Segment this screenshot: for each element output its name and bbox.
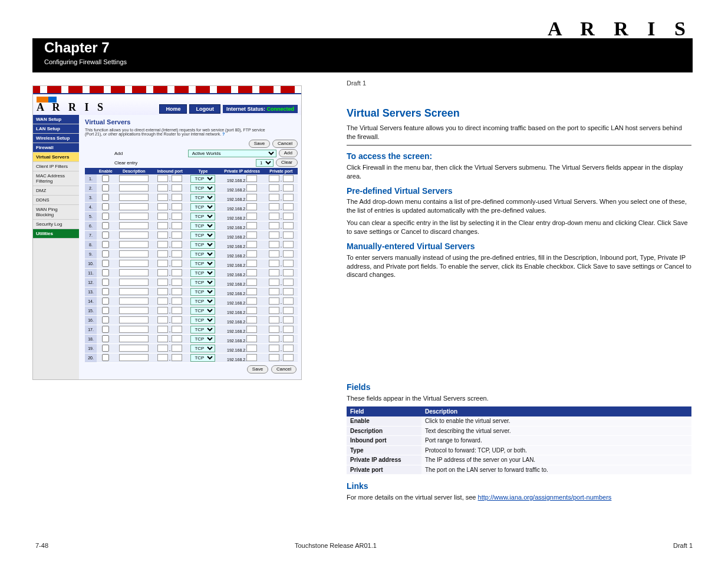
description-input[interactable] <box>119 194 149 201</box>
private-port-from[interactable] <box>269 241 279 248</box>
inbound-port-from[interactable] <box>157 260 168 267</box>
private-port-to[interactable] <box>283 326 294 333</box>
enable-checkbox[interactable] <box>102 203 109 210</box>
inbound-port-to[interactable] <box>172 326 182 333</box>
private-ip-input[interactable] <box>246 241 257 248</box>
inbound-port-from[interactable] <box>157 297 168 305</box>
enable-checkbox[interactable] <box>102 184 109 191</box>
private-port-to[interactable] <box>283 232 294 239</box>
type-select[interactable]: TCP <box>190 213 215 220</box>
enable-checkbox[interactable] <box>102 194 109 201</box>
sidebar-item-client-ip[interactable]: Client IP Filters <box>33 162 79 171</box>
type-select[interactable]: TCP <box>190 279 215 286</box>
private-port-from[interactable] <box>269 213 279 220</box>
inbound-port-to[interactable] <box>172 269 182 276</box>
enable-checkbox[interactable] <box>102 241 109 248</box>
inbound-port-to[interactable] <box>172 250 182 257</box>
inbound-port-to[interactable] <box>172 297 182 305</box>
inbound-port-from[interactable] <box>157 203 168 210</box>
enable-checkbox[interactable] <box>102 316 109 323</box>
inbound-port-to[interactable] <box>172 184 182 191</box>
inbound-port-from[interactable] <box>157 213 168 220</box>
inbound-port-from[interactable] <box>157 232 168 239</box>
inbound-port-to[interactable] <box>172 260 182 267</box>
private-port-from[interactable] <box>269 269 279 276</box>
private-port-to[interactable] <box>283 194 294 201</box>
description-input[interactable] <box>119 269 149 276</box>
private-port-to[interactable] <box>283 345 294 352</box>
inbound-port-from[interactable] <box>157 269 168 276</box>
private-port-from[interactable] <box>269 288 279 295</box>
private-ip-input[interactable] <box>246 297 257 305</box>
private-port-to[interactable] <box>283 203 294 210</box>
inbound-port-from[interactable] <box>157 326 168 333</box>
private-port-from[interactable] <box>269 345 279 352</box>
private-ip-input[interactable] <box>246 269 257 276</box>
private-port-to[interactable] <box>283 241 294 248</box>
inbound-port-to[interactable] <box>172 345 182 352</box>
inbound-port-from[interactable] <box>157 250 168 257</box>
enable-checkbox[interactable] <box>102 345 109 352</box>
inbound-port-to[interactable] <box>172 232 182 239</box>
type-select[interactable]: TCP <box>190 260 215 267</box>
private-port-to[interactable] <box>283 307 294 314</box>
private-port-from[interactable] <box>269 316 279 323</box>
inbound-port-from[interactable] <box>157 222 168 229</box>
description-input[interactable] <box>119 175 149 182</box>
type-select[interactable]: TCP <box>190 232 215 239</box>
sidebar-cat-lan[interactable]: LAN Setup <box>33 124 79 134</box>
private-port-to[interactable] <box>283 288 294 295</box>
inbound-port-to[interactable] <box>172 288 182 295</box>
description-input[interactable] <box>119 279 149 286</box>
type-select[interactable]: TCP <box>190 184 215 192</box>
sidebar-item-security-log[interactable]: Security Log <box>33 220 79 229</box>
nav-logout[interactable]: Logout <box>189 104 220 114</box>
cancel-button-bottom[interactable]: Cancel <box>271 365 297 373</box>
private-ip-input[interactable] <box>246 288 257 295</box>
save-button-bottom[interactable]: Save <box>247 365 268 373</box>
nav-home[interactable]: Home <box>159 104 187 114</box>
inbound-port-from[interactable] <box>157 184 168 191</box>
private-port-to[interactable] <box>283 279 294 286</box>
private-ip-input[interactable] <box>246 335 257 342</box>
private-ip-input[interactable] <box>246 250 257 257</box>
clear-select[interactable]: 1 <box>256 159 274 167</box>
private-port-from[interactable] <box>269 184 279 191</box>
description-input[interactable] <box>119 307 149 314</box>
private-port-to[interactable] <box>283 184 294 191</box>
private-port-from[interactable] <box>269 232 279 239</box>
private-port-from[interactable] <box>269 297 279 305</box>
add-button[interactable]: Add <box>279 149 298 157</box>
private-ip-input[interactable] <box>246 184 257 191</box>
private-port-from[interactable] <box>269 279 279 286</box>
private-port-to[interactable] <box>283 269 294 276</box>
inbound-port-to[interactable] <box>172 175 182 182</box>
sidebar-cat-wan[interactable]: WAN Setup <box>33 115 79 124</box>
sidebar-cat-utilities[interactable]: Utilities <box>33 229 79 239</box>
type-select[interactable]: TCP <box>190 241 215 249</box>
private-ip-input[interactable] <box>246 316 257 323</box>
private-ip-input[interactable] <box>246 203 257 210</box>
description-input[interactable] <box>119 203 149 210</box>
private-ip-input[interactable] <box>246 194 257 201</box>
private-ip-input[interactable] <box>246 345 257 352</box>
private-port-to[interactable] <box>283 297 294 305</box>
description-input[interactable] <box>119 222 149 229</box>
enable-checkbox[interactable] <box>102 354 109 361</box>
inbound-port-from[interactable] <box>157 194 168 201</box>
private-port-from[interactable] <box>269 307 279 314</box>
sidebar-item-wan-ping[interactable]: WAN Ping Blocking <box>33 205 79 220</box>
iana-link[interactable]: http://www.iana.org/assignments/port-num… <box>478 494 612 501</box>
help-icon[interactable]: ? <box>222 132 225 136</box>
inbound-port-from[interactable] <box>157 279 168 286</box>
enable-checkbox[interactable] <box>102 288 109 295</box>
sidebar-item-dmz[interactable]: DMZ <box>33 186 79 196</box>
private-port-to[interactable] <box>283 335 294 342</box>
inbound-port-to[interactable] <box>172 279 182 286</box>
enable-checkbox[interactable] <box>102 335 109 342</box>
type-select[interactable]: TCP <box>190 175 215 183</box>
private-port-to[interactable] <box>283 354 294 361</box>
enable-checkbox[interactable] <box>102 232 109 239</box>
type-select[interactable]: TCP <box>190 288 215 296</box>
private-port-to[interactable] <box>283 250 294 257</box>
